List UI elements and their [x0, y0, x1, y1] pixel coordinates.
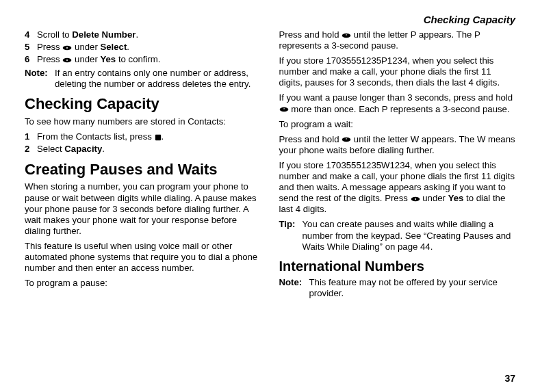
heading-pauses-waits: Creating Pauses and Waits	[25, 161, 261, 179]
para: To program a wait:	[279, 119, 516, 130]
star-key-icon: *	[279, 106, 289, 113]
steps-capacity: 1From the Contacts list, press . 2Select…	[25, 131, 261, 155]
step-1: 1From the Contacts list, press .	[25, 131, 261, 142]
para: If you want a pause longer than 3 second…	[279, 92, 516, 114]
note-intl: Note:This feature may not be offered by …	[279, 277, 516, 299]
page-number: 37	[504, 373, 515, 384]
para: If you store 17035551235P1234, when you …	[279, 55, 516, 88]
indent-wait: Press and hold * until the letter W appe…	[279, 134, 516, 156]
step-5: 5Press under Select.	[25, 42, 261, 53]
star-key-icon: *	[342, 32, 351, 39]
para: When storing a number, you can program y…	[25, 181, 261, 236]
para: This feature is useful when using voice …	[25, 241, 261, 274]
softkey-icon	[62, 57, 72, 64]
softkey-icon	[62, 44, 72, 51]
step-4: 4Scroll to Delete Number.	[25, 29, 261, 40]
star-key-icon: *	[342, 136, 351, 143]
step-2: 2Select Capacity.	[25, 144, 261, 155]
menu-key-icon	[155, 134, 162, 141]
heading-checking-capacity: Checking Capacity	[25, 95, 261, 114]
step-6: 6Press under Yes to confirm.	[25, 54, 261, 65]
para: To program a pause:	[25, 278, 261, 289]
indent-pause: Press and hold * until the letter P appe…	[279, 29, 516, 51]
svg-rect-4	[155, 135, 160, 140]
para: To see how many numbers are stored in Co…	[25, 116, 261, 127]
softkey-icon	[411, 196, 420, 202]
svg-point-1	[66, 47, 68, 49]
para: If you store 17035551235W1234, when you …	[279, 160, 516, 215]
note-delete: Note:If an entry contains only one numbe…	[25, 68, 261, 90]
svg-point-12	[415, 198, 416, 200]
body-columns: 4Scroll to Delete Number. 5Press under S…	[25, 29, 515, 299]
svg-point-3	[66, 60, 68, 61]
tip: Tip:You can create pauses and waits whil…	[279, 219, 516, 252]
steps-delete: 4Scroll to Delete Number. 5Press under S…	[25, 29, 261, 65]
page-header: Checking Capacity	[25, 14, 515, 25]
heading-international: International Numbers	[279, 258, 516, 274]
